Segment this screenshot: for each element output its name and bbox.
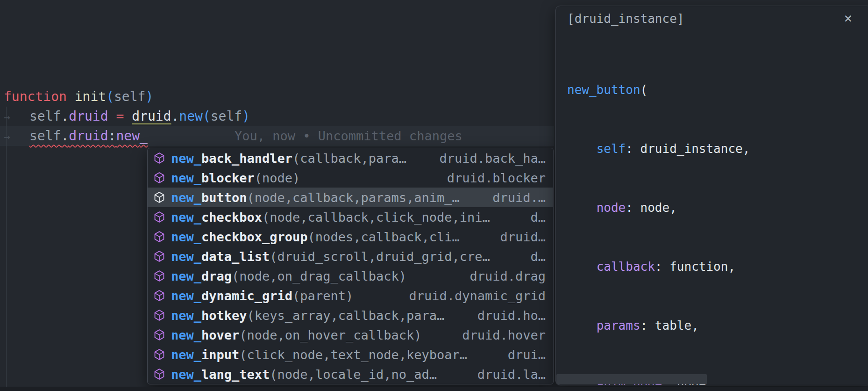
completion-item[interactable]: new_checkbox_group(nodes,callback,cli… d… [148,227,553,246]
completion-item-module: d… [519,249,546,264]
doc-signature: new_button( self: druid_instance, node: … [567,41,868,385]
completion-item[interactable]: new_dynamic_grid(parent) druid.dynamic_g… [148,286,553,305]
completion-item-label: new_data_list(druid_scroll,druid_grid,cr… [171,249,490,264]
bottom-panel-edge [0,387,868,391]
doc-signature-line: node: node, [567,198,868,217]
close-icon[interactable]: ✕ [844,13,853,25]
method-cube-icon [153,152,165,164]
method-cube-icon [153,211,165,223]
completion-item-label: new_button(node,callback,params,anim_… [171,190,460,205]
code-line[interactable]: →self.druid:new_ [0,126,250,146]
code-line[interactable]: function init(self) [0,87,250,107]
completion-item-module: d… [519,210,546,224]
completion-item-module: druid.back_ha… [428,151,546,166]
method-cube-icon [153,172,165,184]
completion-item[interactable]: new_lang_text(node,locale_id,no_ad… drui… [148,364,553,384]
completion-item-module: druid.dynamic_grid [398,289,546,303]
method-cube-icon [153,348,165,361]
method-cube-icon [153,368,165,380]
completion-item-label: new_back_handler(callback,para… [171,151,406,166]
completion-item-label: new_lang_text(node,locale_id,no_ad… [171,367,437,382]
method-cube-icon [153,290,165,302]
git-blame-inline: You, now • Uncommitted changes [235,126,462,146]
completion-item[interactable]: new_button(node,callback,params,anim_… d… [148,188,553,207]
code-area[interactable]: function init(self) →self.druid = druid.… [0,87,250,146]
method-cube-icon [153,191,165,203]
indent-guide-line [6,107,7,387]
tab-whitespace-arrow: → [4,107,29,127]
completion-item-module: druid.hover [451,328,546,342]
doc-panel-title: [druid_instance] [567,12,684,26]
completion-item-label: new_checkbox(node,callback,click_node,in… [171,210,490,224]
code-tokens: function init(self) [4,89,153,104]
completion-item[interactable]: new_checkbox(node,callback,click_node,in… [148,207,553,227]
method-cube-icon [153,250,165,262]
completion-item[interactable]: new_data_list(druid_scroll,druid_grid,cr… [148,246,553,266]
horizontal-scrollbar-thumb[interactable] [556,374,707,384]
completion-item-label: new_input(click_node,text_node,keyboar… [171,348,467,362]
doc-signature-line: params: table, [567,316,868,335]
completion-item-module: druid.la… [466,367,546,382]
code-editor: function init(self) →self.druid = druid.… [0,0,868,391]
completion-item-label: new_dynamic_grid(parent) [171,289,353,303]
completion-item-module: druid.ho… [466,308,546,323]
method-cube-icon [153,329,165,341]
doc-signature-line: callback: function, [567,257,868,276]
method-cube-icon [153,270,165,282]
completion-item[interactable]: new_back_handler(callback,para… druid.ba… [148,148,553,168]
completion-item-module: drui… [497,348,546,362]
doc-panel-header: [druid_instance] ✕ [567,11,868,27]
completion-item[interactable]: new_drag(node,on_drag_callback) druid.dr… [148,266,553,286]
documentation-panel: [druid_instance] ✕ new_button( self: dru… [555,6,868,385]
method-cube-icon [153,309,165,321]
completion-item-module: druid.drag [458,269,546,283]
completion-item-module: druid.blocker [436,171,546,185]
completion-item-label: new_drag(node,on_drag_callback) [171,269,406,283]
code-line[interactable]: →self.druid = druid.new(self) [0,107,250,126]
completion-item[interactable]: new_hover(node,on_hover_callback) druid.… [148,325,553,345]
doc-signature-line: new_button( [567,80,868,100]
completion-item-label: new_checkbox_group(nodes,callback,cli… [171,230,460,244]
code-tokens: self.druid = druid.new(self) [29,109,250,124]
code-tokens-error-squiggle: self.druid:new_ [29,128,148,144]
completion-item-module: druid… [489,230,546,244]
completion-item[interactable]: new_input(click_node,text_node,keyboar… … [148,345,553,364]
completion-popup: new_back_handler(callback,para… druid.ba… [147,148,554,384]
completion-item[interactable]: new_blocker(node) druid.blocker [148,168,553,188]
completion-item[interactable]: new_hotkey(keys_array,callback,para… dru… [148,305,553,325]
tab-whitespace-arrow: → [4,127,29,146]
doc-signature-line: self: druid_instance, [567,139,868,159]
completion-item-label: new_blocker(node) [171,171,300,185]
completion-item-label: new_hotkey(keys_array,callback,para… [171,308,444,323]
method-cube-icon [153,231,165,243]
completion-item-module: druid.… [481,190,546,205]
completion-item-label: new_hover(node,on_hover_callback) [171,328,421,342]
